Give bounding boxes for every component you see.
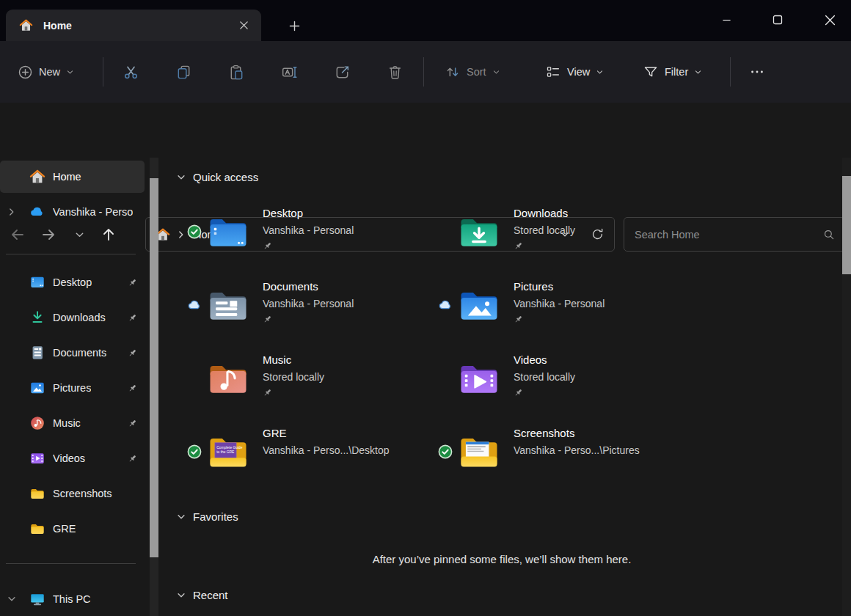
copy-icon	[175, 64, 192, 81]
expand-chevron-icon[interactable]	[3, 207, 21, 217]
gre-folder-icon: Complete Guide to the GRE	[208, 431, 249, 472]
copy-button[interactable]	[169, 57, 198, 87]
pin-icon	[128, 419, 137, 428]
sidebar-item-label: Music	[53, 417, 81, 429]
tile-desktop[interactable]: Desktop Vanshika - Personal	[176, 202, 422, 261]
main-scrollbar-thumb[interactable]	[842, 176, 851, 274]
tile-documents[interactable]: Documents Vanshika - Personal	[176, 276, 422, 334]
pin-icon	[263, 315, 272, 324]
pin-icon	[128, 278, 137, 287]
ellipsis-icon	[749, 64, 765, 80]
svg-text:to the GRE: to the GRE	[216, 450, 235, 454]
maximize-button[interactable]	[761, 6, 795, 34]
sidebar-item-music[interactable]: Music	[0, 407, 145, 439]
section-quick-access[interactable]: Quick access	[176, 171, 258, 183]
cut-button[interactable]	[116, 57, 145, 87]
sidebar-item-screenshots[interactable]: Screenshots	[0, 477, 145, 510]
desktop-folder-icon	[208, 211, 249, 252]
sidebar-item-label: Videos	[53, 452, 85, 464]
toolbar-divider	[730, 57, 731, 87]
home-icon	[19, 18, 33, 32]
quick-access-grid: Desktop Vanshika - Personal Downloads St…	[176, 202, 678, 481]
new-button[interactable]: New	[10, 57, 81, 87]
folder-icon	[29, 521, 45, 537]
section-recent[interactable]: Recent	[176, 589, 228, 601]
pin-icon	[263, 388, 272, 397]
sidebar-item-onedrive[interactable]: Vanshika - Perso	[0, 196, 145, 228]
rename-icon	[281, 64, 298, 81]
chevron-down-icon	[596, 68, 604, 76]
favorites-empty-message: After you’ve pinned some files, we’ll sh…	[167, 553, 836, 565]
more-options-button[interactable]	[742, 57, 772, 87]
tile-name: Documents	[263, 278, 354, 296]
sort-label: Sort	[467, 66, 486, 78]
section-label: Favorites	[193, 510, 238, 523]
sidebar-item-label: Downloads	[53, 312, 106, 323]
tile-location: Vanshika - Perso...\Pictures	[514, 442, 640, 459]
sidebar-divider	[6, 563, 136, 564]
filter-button[interactable]: Filter	[635, 57, 709, 87]
sort-button[interactable]: Sort	[437, 57, 508, 87]
tile-downloads[interactable]: Downloads Stored locally	[427, 202, 673, 261]
sidebar-item-label: Pictures	[53, 382, 91, 394]
filter-label: Filter	[665, 66, 688, 78]
filter-icon	[643, 64, 659, 80]
chevron-down-icon	[492, 68, 500, 76]
sidebar-item-desktop[interactable]: Desktop	[0, 266, 145, 298]
rename-button[interactable]	[274, 57, 304, 87]
tile-name: Downloads	[514, 205, 575, 222]
chevron-down-icon	[66, 68, 74, 76]
videos-folder-icon	[459, 358, 500, 399]
pin-icon	[128, 313, 137, 323]
tile-videos[interactable]: Videos Stored locally	[427, 349, 673, 408]
plus-circle-icon	[18, 65, 33, 80]
tile-screenshots[interactable]: Screenshots Vanshika - Perso...\Pictures	[427, 422, 673, 481]
view-label: View	[567, 66, 590, 78]
sidebar-item-pictures[interactable]: Pictures	[0, 372, 145, 404]
paste-button[interactable]	[222, 57, 251, 87]
tab-close-icon[interactable]	[233, 15, 254, 36]
videos-icon	[29, 450, 45, 466]
new-label: New	[39, 66, 60, 78]
tile-music[interactable]: Music Stored locally	[176, 349, 422, 408]
desktop-icon	[29, 274, 45, 290]
view-button[interactable]: View	[538, 57, 611, 87]
sidebar-item-gre[interactable]: GRE	[0, 513, 145, 545]
new-tab-button[interactable]	[283, 15, 305, 36]
sidebar-item-label: Desktop	[53, 276, 92, 288]
downloads-icon	[29, 309, 45, 326]
sidebar-item-home[interactable]: Home	[0, 161, 145, 193]
tab-home[interactable]: Home	[6, 10, 261, 41]
sidebar-scrollbar-thumb[interactable]	[150, 178, 158, 557]
tile-location: Stored locally	[514, 222, 575, 239]
delete-button[interactable]	[380, 57, 409, 87]
sidebar-item-videos[interactable]: Videos	[0, 442, 145, 474]
cut-icon	[123, 64, 139, 81]
tile-name: Videos	[514, 351, 575, 369]
pictures-icon	[29, 380, 45, 396]
sidebar-item-this-pc[interactable]: This PC	[0, 583, 145, 615]
close-button[interactable]	[813, 6, 847, 34]
sidebar-item-documents[interactable]: Documents	[0, 337, 145, 369]
pin-icon	[514, 388, 523, 397]
section-favorites[interactable]: Favorites	[176, 510, 238, 523]
pin-icon	[128, 384, 137, 393]
downloads-folder-icon	[459, 211, 500, 252]
collapse-chevron-icon[interactable]	[3, 594, 21, 604]
this-pc-icon	[29, 591, 45, 607]
tile-location: Stored locally	[514, 369, 575, 386]
toolbar-divider	[103, 57, 103, 87]
tile-pictures[interactable]: Pictures Vanshika - Personal	[427, 276, 673, 334]
tile-location: Vanshika - Personal	[263, 222, 354, 239]
minimize-button[interactable]	[709, 6, 743, 34]
share-button[interactable]	[327, 57, 357, 87]
pictures-folder-icon	[459, 285, 500, 326]
home-icon	[29, 169, 45, 185]
sidebar-item-label: Screenshots	[53, 488, 112, 499]
paste-icon	[228, 64, 245, 81]
tile-name: Music	[263, 351, 324, 369]
tile-name: Screenshots	[514, 425, 640, 442]
sidebar-item-downloads[interactable]: Downloads	[0, 301, 145, 334]
sidebar-scrollbar-track[interactable]	[150, 158, 158, 616]
tile-gre[interactable]: Complete Guide to the GRE GRE Vanshika -…	[176, 422, 422, 481]
